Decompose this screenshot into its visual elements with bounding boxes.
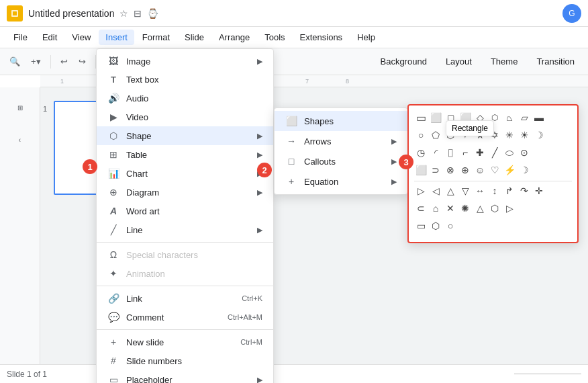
search-button[interactable]: 🔍	[5, 54, 24, 69]
shape-chord[interactable]: ◜	[429, 146, 442, 159]
menu-slidenumbers[interactable]: # Slide numbers	[97, 351, 273, 370]
shape-plus[interactable]: ⊕	[458, 163, 472, 177]
animation-icon: ✦	[107, 268, 119, 279]
submenu-equation[interactable]: + Equation ▶	[275, 171, 407, 192]
shape-bracket3[interactable]: ▭	[414, 219, 428, 232]
shape-arrow-l[interactable]: ◁	[429, 184, 442, 198]
shape-cube[interactable]: ⬜	[414, 163, 428, 177]
divider-3	[97, 329, 273, 330]
shape-square[interactable]: ⬜	[429, 111, 442, 124]
menu-video[interactable]: ▶ Video	[97, 108, 273, 126]
panel-collapse[interactable]: ‹	[5, 125, 35, 155]
shape-block1[interactable]: ⌷	[444, 146, 457, 159]
shapes-row-3: ◷ ◜ ⌷ ⌐ ✚ ╱ ⬭ ⊙	[414, 146, 572, 159]
shape-heart[interactable]: ♡	[488, 163, 501, 177]
menu-insert[interactable]: Insert	[99, 30, 134, 45]
shape-triangle1[interactable]: △	[473, 202, 487, 215]
shape-arrow-r[interactable]: ▷	[414, 184, 428, 198]
menu-edit[interactable]: Edit	[36, 30, 64, 45]
link-shortcut: Ctrl+K	[242, 294, 262, 302]
submenu-arrows[interactable]: → Arrows ▶	[275, 131, 407, 151]
shape-cylinder[interactable]: ⊃	[429, 163, 442, 177]
shape-curved1[interactable]: ⬡	[488, 202, 501, 215]
shape-ellipse[interactable]: ⬭	[503, 146, 516, 159]
history-icon[interactable]: ⌚	[147, 8, 158, 19]
shape-rect[interactable]: ▭	[414, 111, 428, 124]
shape-smiley[interactable]: ☺	[473, 163, 487, 177]
save-drive-icon[interactable]: ⊟	[134, 8, 142, 19]
shape-arrow-curve[interactable]: ↷	[518, 184, 531, 198]
divider-2	[97, 286, 273, 286]
menu-help[interactable]: Help	[350, 30, 382, 45]
shape-bracket2[interactable]: ⌂	[429, 202, 442, 215]
menu-arrange[interactable]: Arrange	[212, 30, 256, 45]
menu-table[interactable]: ⊞ Table ▶	[97, 145, 273, 164]
shape-trapezoid[interactable]: ⏢	[503, 111, 516, 124]
undo-button[interactable]: ↩	[56, 54, 72, 69]
shape-label: Shape	[126, 131, 152, 141]
shape-x[interactable]: ✕	[444, 202, 457, 215]
shape-no[interactable]: ⊗	[444, 163, 457, 177]
shape-bracket4[interactable]: ⬡	[429, 219, 442, 232]
shape-circle2[interactable]: ⊙	[518, 146, 531, 159]
shape-star8[interactable]: ✳	[503, 128, 516, 142]
transition-button[interactable]: Transition	[528, 53, 583, 70]
shape-rect2[interactable]: ▬	[532, 111, 546, 124]
add-button[interactable]: +▾	[27, 54, 45, 69]
avatar[interactable]: G	[562, 4, 581, 23]
menu-slide[interactable]: Slide	[178, 30, 211, 45]
menu-file[interactable]: File	[7, 30, 34, 45]
line-separator	[514, 374, 581, 374]
shape-moon[interactable]: ☽	[532, 128, 546, 142]
menu-comment[interactable]: 💬 Comment Ctrl+Alt+M	[97, 308, 273, 327]
shape-line-shape[interactable]: ╱	[488, 146, 501, 159]
menu-extensions[interactable]: Extensions	[293, 30, 350, 45]
menu-audio[interactable]: 🔊 Audio	[97, 89, 273, 108]
menu-line[interactable]: ╱ Line ▶	[97, 220, 273, 239]
shape-arrow-d[interactable]: ▽	[458, 184, 472, 198]
shape-arrow-bent[interactable]: ↱	[503, 184, 516, 198]
submenu-callouts[interactable]: □ Callouts ▶	[275, 151, 407, 171]
shapes-sub-icon: ⬜	[285, 116, 297, 126]
shape-oval2[interactable]: ○	[444, 219, 457, 232]
menu-diagram[interactable]: ⊕ Diagram ▶	[97, 183, 273, 202]
callouts-sub-icon: □	[285, 156, 297, 167]
shape-star3[interactable]: ✺	[458, 202, 472, 215]
shape-arc[interactable]: ◷	[414, 146, 428, 159]
shape-pentagon[interactable]: ⬠	[429, 128, 442, 142]
shape-arrow-4way[interactable]: ✛	[532, 184, 546, 198]
shape-circle[interactable]: ○	[414, 128, 428, 142]
shape-cross[interactable]: ✚	[473, 146, 487, 159]
menu-wordart[interactable]: A Word art	[97, 202, 273, 220]
layout-button[interactable]: Layout	[438, 53, 480, 70]
shape-arrow-u[interactable]: △	[444, 184, 457, 198]
shape-wedge[interactable]: ▷	[503, 202, 516, 215]
background-button[interactable]: Background	[372, 53, 434, 70]
video-icon: ▶	[107, 112, 119, 122]
shape-arrow-lr[interactable]: ↔	[473, 184, 487, 198]
shape-lightning[interactable]: ⚡	[503, 163, 516, 177]
menu-tools[interactable]: Tools	[258, 30, 291, 45]
shape-bracket1[interactable]: ⊂	[414, 202, 428, 215]
shape-sun[interactable]: ☀	[518, 128, 531, 142]
theme-button[interactable]: Theme	[483, 53, 526, 70]
shape-moon2[interactable]: ☽	[518, 163, 531, 177]
panel-slideshow[interactable]: ⊞	[5, 93, 35, 122]
menu-chart[interactable]: 📊 Chart ▶	[97, 164, 273, 183]
menu-textbox[interactable]: T Text box	[97, 71, 273, 89]
submenu-shapes[interactable]: ⬜ Shapes	[275, 111, 407, 131]
arrows-sub-icon: →	[285, 136, 297, 146]
menu-placeholder[interactable]: ▭ Placeholder ▶	[97, 370, 273, 383]
menu-link[interactable]: 🔗 Link Ctrl+K	[97, 289, 273, 308]
redo-button[interactable]: ↪	[75, 54, 90, 69]
menu-view[interactable]: View	[65, 30, 97, 45]
menu-image[interactable]: 🖼 Image ▶	[97, 52, 273, 71]
menu-format[interactable]: Format	[136, 30, 177, 45]
shape-block2[interactable]: ⌐	[458, 146, 472, 159]
menu-newslide[interactable]: + New slide Ctrl+M	[97, 333, 273, 351]
newslide-shortcut: Ctrl+M	[240, 338, 262, 346]
menu-shape[interactable]: ⬡ Shape ▶	[97, 126, 273, 145]
star-icon[interactable]: ☆	[119, 8, 128, 19]
shape-parallelogram[interactable]: ▱	[518, 111, 531, 124]
shape-arrow-ud[interactable]: ↕	[488, 184, 501, 198]
